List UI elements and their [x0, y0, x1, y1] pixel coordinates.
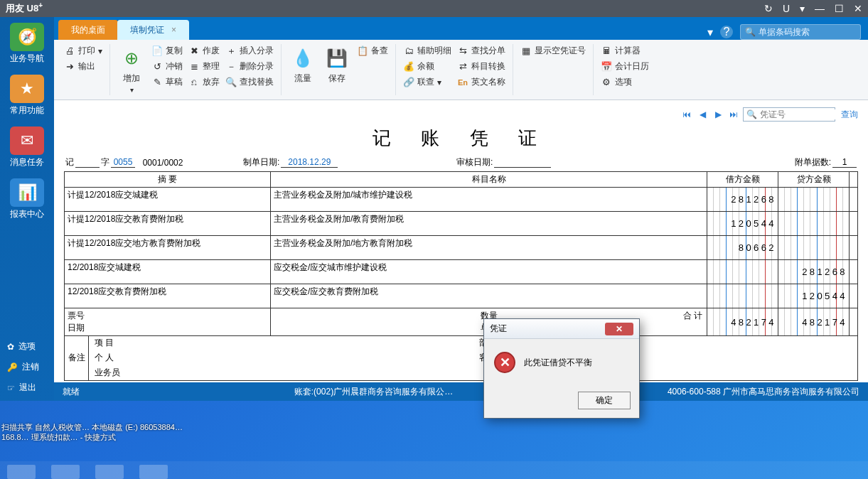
insert-line-button[interactable]: ＋插入分录 — [223, 44, 277, 58]
u-icon[interactable]: U — [783, 3, 790, 14]
statusbar: 就绪 账套:(002)广州晨群商务咨询服务有限公… 4006-600-588 广… — [54, 382, 868, 401]
show-empty-button[interactable]: ▦显示空凭证号 — [518, 44, 589, 58]
void-icon: ✖ — [188, 45, 200, 57]
extra-row: 票号日期 数量单价 合 计482174482174 — [65, 308, 858, 336]
table-row[interactable]: 计提12/2018应交城建税 主营业务税金及附加/城市维护建设税 281268 — [65, 188, 858, 212]
insert-icon: ＋ — [225, 45, 237, 57]
option-button[interactable]: ⚙选项 — [598, 75, 652, 89]
help-icon[interactable]: ? — [720, 26, 733, 38]
delete-line-button[interactable]: －删除分录 — [223, 60, 277, 73]
next-icon[interactable]: ▶ — [712, 108, 724, 121]
close-icon[interactable]: ✕ — [854, 3, 862, 14]
tidy-icon: ≣ — [188, 61, 200, 72]
find-replace-button[interactable]: 🔍查找替换 — [223, 75, 277, 89]
refresh-icon[interactable]: ↻ — [764, 3, 773, 14]
task-icon[interactable] — [51, 465, 80, 479]
msg-icon[interactable]: ✉ — [10, 127, 44, 155]
table-row[interactable]: 12/2018应交教育费附加税 应交税金/应交教育费附加税 120544 — [65, 284, 858, 308]
window-controls: ↻ U ▾ — ☐ ✕ — [764, 3, 862, 14]
gear-icon: ⚙ — [601, 77, 612, 88]
maximize-icon[interactable]: ☐ — [835, 3, 844, 14]
audit-button[interactable]: 📋备查 — [354, 44, 391, 58]
acct-xfer-button[interactable]: ⇄科目转换 — [454, 60, 508, 73]
barcode-input[interactable] — [759, 27, 865, 37]
calendar-button[interactable]: 📅会计日历 — [598, 60, 652, 73]
chevron-down-icon[interactable]: ▾ — [800, 3, 805, 14]
ok-button[interactable]: 确定 — [578, 392, 631, 409]
report-icon[interactable]: 📊 — [10, 178, 44, 207]
close-icon[interactable]: × — [171, 25, 176, 35]
desktop-shortcuts: 扫描共享 自然人税收管… 本地磁盘 (E:) 86053884… 168.8… … — [1, 422, 183, 442]
flow-icon: 💧 — [290, 45, 316, 71]
linkchk-button[interactable]: 🔗联查 ▾ — [400, 75, 454, 89]
chevron-down-icon[interactable]: ▾ — [707, 26, 713, 39]
table-row[interactable]: 计提12/2018应交地方教育费附加税 主营业务税金及附加/地方教育附加税 80… — [65, 236, 858, 260]
tab-desktop[interactable]: 我的桌面 — [58, 20, 118, 40]
nav-exit[interactable]: ☞退出 — [0, 377, 54, 398]
aux-icon: 🗂 — [403, 45, 414, 57]
cell-summary: 计提12/2018应交城建税 — [65, 188, 271, 212]
key-icon: 🔑 — [7, 362, 18, 372]
last-icon[interactable]: ⏭ — [727, 108, 740, 121]
barcode-search[interactable]: 🔍 — [740, 24, 861, 40]
draft-button[interactable]: ✎草稿 — [149, 75, 186, 89]
findsplit-button[interactable]: ⇆查找分单 — [454, 44, 508, 58]
biz-nav-icon[interactable]: 🧭 — [10, 23, 44, 51]
prev-icon[interactable]: ◀ — [696, 108, 709, 121]
voucher-search[interactable]: 🔍 — [743, 107, 835, 122]
brand: 用友 U8+ — [6, 1, 43, 15]
abandon-button[interactable]: ⎌放弃 — [186, 75, 223, 89]
print-button[interactable]: 🖨打印 ▾ — [61, 44, 105, 58]
empty-icon: ▦ — [520, 45, 532, 57]
copy-button[interactable]: 📄复制 — [149, 44, 186, 58]
left-nav: 🧭 业务导航 ★ 常用功能 ✉ 消息任务 📊 报表中心 ✿选项 🔑注销 ☞退出 — [0, 17, 54, 401]
calc-button[interactable]: 🖩计算器 — [598, 44, 652, 58]
task-icon[interactable] — [139, 465, 168, 479]
close-icon[interactable]: ✕ — [605, 323, 633, 335]
first-icon[interactable]: ⏮ — [680, 108, 693, 121]
offset-button[interactable]: ↺冲销 — [149, 60, 186, 73]
audit-icon: 📋 — [357, 45, 368, 57]
xfer-icon: ⇄ — [457, 61, 468, 72]
void-button[interactable]: ✖作废 — [186, 44, 223, 58]
taskbar[interactable] — [0, 461, 868, 479]
col-account: 科目名称 — [271, 172, 707, 188]
flow-button[interactable]: 💧流量 — [286, 44, 320, 86]
task-icon[interactable] — [95, 465, 124, 479]
cell-account: 应交税金/应交城市维护建设税 — [271, 260, 707, 284]
query-link[interactable]: 查询 — [841, 109, 858, 121]
balance-button[interactable]: 💰余额 — [400, 60, 454, 73]
voucher-no[interactable]: 0055 — [111, 157, 135, 168]
link-icon: 🔗 — [403, 77, 414, 88]
nav-options[interactable]: ✿选项 — [0, 336, 54, 357]
fav-icon[interactable]: ★ — [10, 75, 44, 103]
tidy-button[interactable]: ≣整理 — [186, 60, 223, 73]
minimize-icon[interactable]: — — [815, 3, 825, 14]
make-date[interactable]: 2018.12.29 — [281, 157, 338, 168]
table-row[interactable]: 计提12/2018应交教育费附加税 主营业务税金及附加/教育费附加税 12054… — [65, 212, 858, 236]
status-ready: 就绪 — [63, 386, 80, 398]
cell-account: 主营业务税金及附加/城市维护建设税 — [271, 188, 707, 212]
attach-count[interactable]: 1 — [832, 157, 857, 168]
dialog-title: 凭证 — [490, 323, 507, 335]
add-button[interactable]: ⊕增加▾ — [114, 44, 149, 95]
en-name-button[interactable]: En英文名称 — [454, 75, 508, 89]
table-row[interactable]: 12/2018应交城建税 应交税金/应交城市维护建设税 281268 — [65, 260, 858, 284]
output-button[interactable]: ➜输出 — [61, 60, 105, 73]
nav-logout[interactable]: 🔑注销 — [0, 357, 54, 377]
cell-summary: 12/2018应交教育费附加税 — [65, 284, 271, 308]
cell-summary: 计提12/2018应交教育费附加税 — [65, 212, 271, 236]
aux-detail-button[interactable]: 🗂辅助明细 — [400, 44, 454, 58]
remark-block: 备注 项 目部 门 个 人客 户 业务员 — [64, 335, 858, 381]
find-icon: 🔍 — [225, 77, 237, 88]
fav-label: 常用功能 — [10, 104, 44, 117]
tabbar: 我的桌面 填制凭证× ▾ ? 🔍 — [54, 17, 868, 40]
tab-voucher[interactable]: 填制凭证× — [117, 20, 189, 40]
calc-icon: 🖩 — [601, 45, 612, 57]
cell-summary: 计提12/2018应交地方教育费附加税 — [65, 236, 271, 260]
delete-icon: － — [225, 61, 237, 72]
exit-icon: ☞ — [7, 383, 15, 393]
add-icon: ⊕ — [119, 45, 144, 71]
save-button[interactable]: 💾保存 — [320, 44, 354, 86]
task-icon[interactable] — [7, 465, 36, 479]
